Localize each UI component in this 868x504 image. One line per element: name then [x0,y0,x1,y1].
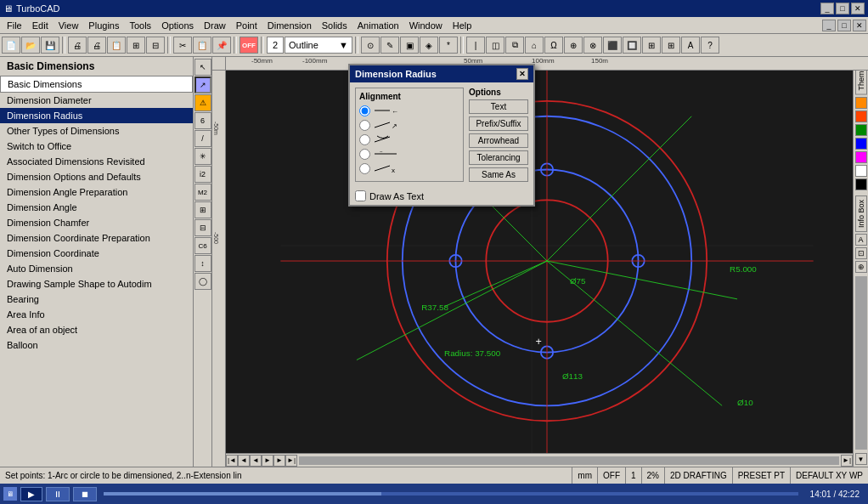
sidebar-item-angle[interactable]: Dimension Angle [0,200,193,215]
radio-align-4[interactable] [359,149,370,160]
scroll-right2[interactable]: ► [273,455,285,467]
tb-snap4[interactable]: ◈ [420,37,438,54]
tb-new[interactable]: 📄 [2,37,20,54]
menu-dimension[interactable]: Dimension [262,19,317,32]
tb-copy[interactable]: 📋 [193,37,211,54]
btn-text[interactable]: Text [469,99,528,114]
tb-extra8[interactable]: ⬛ [603,37,622,54]
tb-extra5[interactable]: Ω [544,37,563,54]
sidebar-item-coord-prep[interactable]: Dimension Coordinate Preparation [0,230,193,246]
tb-b2[interactable]: ⊟ [146,37,165,54]
lt-line[interactable]: / [194,130,211,147]
color-blue[interactable] [855,138,867,150]
sidebar-item-coordinate[interactable]: Dimension Coordinate [0,246,193,261]
tb-stop[interactable]: OFF [240,37,258,54]
tb-print[interactable]: 🖨 [68,37,87,54]
menu-animation[interactable]: Animation [352,19,404,32]
dialog-close-button[interactable]: ✕ [516,68,528,80]
status-off[interactable]: OFF [597,467,625,484]
sidebar-item-angle-prep[interactable]: Dimension Angle Preparation [0,184,193,200]
app-restore-button[interactable]: □ [837,20,851,31]
menu-options[interactable]: Options [156,19,199,32]
app-minimize-button[interactable]: _ [822,20,836,31]
menu-file[interactable]: File [2,19,27,32]
tb-extra1[interactable]: | [466,37,485,54]
lt-select[interactable]: ↖ [194,59,211,76]
close-button[interactable]: ✕ [851,3,865,14]
maximize-button[interactable]: □ [836,3,849,14]
zoom-tool-btn[interactable]: ⊕ [855,261,867,273]
tb-snap5[interactable]: * [439,37,458,54]
sidebar-item-balloon[interactable]: Balloon [0,337,193,353]
tb-outline-dropdown[interactable]: Outline ▼ [285,37,352,54]
status-preset[interactable]: PRESET PT [732,467,790,484]
menu-view[interactable]: View [54,19,84,32]
sidebar-item-area-info[interactable]: Area Info [0,307,193,322]
tb-b1[interactable]: ⊞ [127,37,145,54]
lt-arrow[interactable]: ↗ [194,76,211,93]
lt-c6[interactable]: C6 [194,237,211,254]
menu-draw[interactable]: Draw [199,19,231,32]
menu-tools[interactable]: Tools [124,19,156,32]
minimize-button[interactable]: _ [820,3,834,14]
btn-tolerancing[interactable]: Tolerancing [469,150,528,165]
scroll-right[interactable]: ► [262,455,273,467]
menu-window[interactable]: Window [404,19,448,32]
app-close-button[interactable]: ✕ [853,20,866,31]
sidebar-item-drawing-sample[interactable]: Drawing Sample Shape to Autodim [0,276,193,292]
text-tool-btn[interactable]: A [855,234,867,246]
radio-align-2[interactable] [359,120,370,131]
tb-pdf[interactable]: 📋 [107,37,126,54]
radio-align-5[interactable] [359,163,370,174]
sidebar-item-bearing[interactable]: Bearing [0,292,193,307]
lt-grid[interactable]: ⊞ [194,201,211,218]
sidebar-item-auto-dimension[interactable]: Auto Dimension [0,261,193,276]
tb-extra11[interactable]: ⊞ [662,37,680,54]
tb-extra7[interactable]: ⊗ [583,37,602,54]
status-mode[interactable]: 2D DRAFTING [664,467,732,484]
tb-extra10[interactable]: ⊞ [642,37,661,54]
taskbar-btn-pause[interactable]: ⏸ [46,487,70,501]
scroll-end2[interactable]: ►| [841,455,853,467]
tb-extra12[interactable]: A [681,37,700,54]
sidebar-item-chamfer[interactable]: Dimension Chamfer [0,215,193,230]
color-magenta[interactable] [855,151,867,163]
sidebar-item-other-types[interactable]: Other Types of Dimensions [0,123,193,139]
tb-extra3[interactable]: ⧉ [505,37,524,54]
sidebar-item-switch-office[interactable]: Switch to Office [0,139,193,154]
scroll-left[interactable]: ◄ [238,455,250,467]
color-black[interactable] [855,178,867,190]
lt-m2[interactable]: M2 [194,184,211,201]
scroll-end[interactable]: ►| [285,455,297,467]
lt-circle[interactable]: ◯ [194,273,211,290]
snap-tool-btn[interactable]: ⊡ [855,247,867,259]
tb-snap2[interactable]: ✎ [380,37,399,54]
scroll-home[interactable]: |◄ [226,455,238,467]
menu-edit[interactable]: Edit [27,19,54,32]
lt-grid2[interactable]: ⊟ [194,219,211,236]
color-green[interactable] [855,124,867,136]
tb-open[interactable]: 📂 [21,37,40,54]
tb-extra13[interactable]: ? [701,37,719,54]
sidebar-item-dimension-diameter[interactable]: Dimension Diameter [0,93,193,108]
btn-arrowhead[interactable]: Arrowhead [469,133,528,148]
tb-paste[interactable]: 📌 [212,37,231,54]
tb-extra4[interactable]: ⌂ [525,37,544,54]
lt-star[interactable]: ✳ [194,148,211,165]
lt-warning[interactable]: ⚠ [194,94,211,111]
tb-cut[interactable]: ✂ [173,37,192,54]
info-box-tab[interactable]: Info Box [855,195,867,232]
color-orange[interactable] [855,97,867,109]
btn-prefix-suffix[interactable]: Prefix/Suffix [469,116,528,131]
status-coord[interactable]: DEFAULT XY WP [790,467,868,484]
tb-extra6[interactable]: ⊕ [564,37,583,54]
lt-pointer[interactable]: ↕ [194,255,211,272]
tb-extra2[interactable]: ◫ [486,37,504,54]
menu-help[interactable]: Help [448,19,477,32]
lt-num6[interactable]: 6 [194,112,211,129]
color-white[interactable] [855,165,867,177]
sidebar-item-options-defaults[interactable]: Dimension Options and Defaults [0,169,193,184]
menu-plugins[interactable]: Plugins [83,19,124,32]
radio-align-3[interactable] [359,134,370,145]
btn-same-as[interactable]: Same As [469,167,528,182]
